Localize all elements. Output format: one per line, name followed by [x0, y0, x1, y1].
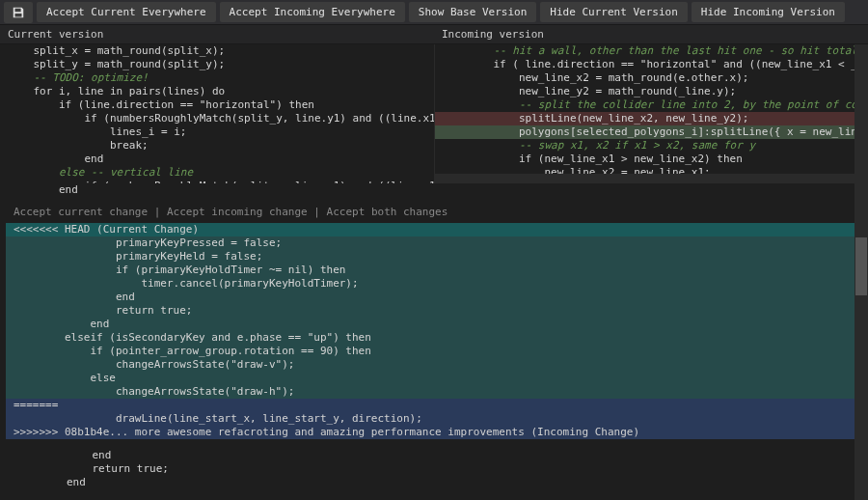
current-change-body: primaryKeyPressed = false; primaryKeyHel… — [6, 236, 862, 399]
code-line: if (numbersRoughlyMatch(split_x, line.x1… — [0, 180, 434, 183]
code-line: timer.cancel(primaryKeyHoldTimer); — [6, 277, 862, 291]
incoming-marker: >>>>>>> 08b1b4e... more awesome refacrot… — [6, 426, 862, 439]
code-line: new_line_y2 = math_round(_line.y); — [435, 85, 869, 98]
accept-incoming-everywhere-button[interactable]: Accept Incoming Everywhere — [220, 2, 405, 22]
code-line: end — [8, 449, 868, 462]
merge-conflict-block: <<<<<<< HEAD (Current Change) primaryKey… — [6, 223, 862, 439]
code-line: return true; — [8, 462, 868, 476]
code-line: end — [0, 183, 868, 197]
incoming-version-header: Incoming version — [434, 25, 868, 43]
incoming-version-pane[interactable]: -- hit a wall, other than the last hit o… — [435, 44, 869, 183]
code-line: primaryKeyHeld = false; — [6, 250, 862, 264]
merge-action-links: Accept current change | Accept incoming … — [0, 203, 868, 221]
accept-current-change-link[interactable]: Accept current change — [14, 206, 148, 218]
code-line: if (primaryKeyHoldTimer ~= nil) then — [6, 264, 862, 277]
code-line: end — [8, 476, 868, 489]
code-line: else -- vertical line — [0, 166, 434, 180]
code-line: end — [6, 291, 862, 304]
code-line: return true; — [6, 304, 862, 318]
code-line: break; — [0, 139, 434, 153]
hide-incoming-version-button[interactable]: Hide Incoming Version — [692, 2, 845, 22]
separator-marker: ======= — [6, 399, 862, 412]
code-line: split_y = math_round(split_y); — [0, 58, 434, 71]
code-line: elseif (isSecondaryKey and e.phase == "u… — [6, 331, 862, 345]
save-icon — [12, 6, 25, 19]
vertical-scrollbar[interactable] — [854, 44, 868, 500]
scrollbar-thumb[interactable] — [855, 237, 867, 295]
pane-headers: Current version Incoming version — [0, 25, 868, 44]
hide-current-version-button[interactable]: Hide Current Version — [540, 2, 687, 22]
code-line: drawLine(line_start_x, line_start_y, dir… — [6, 412, 862, 426]
code-line: if ( line.direction == "horizontal" and … — [435, 58, 869, 71]
diff-area: split_x = math_round(split_x); split_y =… — [0, 44, 868, 183]
show-base-version-button[interactable]: Show Base Version — [409, 2, 537, 22]
head-marker: <<<<<<< HEAD (Current Change) — [6, 223, 862, 236]
code-line: changeArrowsState("draw-v"); — [6, 358, 862, 372]
code-line: if (line.direction == "horizontal") then — [0, 98, 434, 112]
code-line: changeArrowsState("draw-h"); — [6, 385, 862, 399]
code-line: -- TODO: optimize! — [0, 71, 434, 85]
code-line: -- split the collider line into 2, by th… — [435, 98, 869, 112]
current-version-pane[interactable]: split_x = math_round(split_x); split_y =… — [0, 44, 435, 183]
incoming-change-body: drawLine(line_start_x, line_start_y, dir… — [6, 412, 862, 426]
code-line: splitLine(new_line_x2, new_line_y2); — [435, 112, 869, 125]
code-line: end — [0, 153, 434, 166]
code-line: if (new_line_x1 > new_line_x2) then — [435, 153, 869, 166]
current-version-header: Current version — [0, 25, 434, 43]
code-line: new_line_x2 = math_round(e.other.x); — [435, 71, 869, 85]
code-line: lines_i = i; — [0, 125, 434, 139]
code-line: else — [6, 372, 862, 385]
horizontal-scrollbar[interactable] — [435, 174, 869, 183]
save-button[interactable] — [4, 2, 33, 23]
code-line: split_x = math_round(split_x); — [0, 44, 434, 58]
code-line: primaryKeyPressed = false; — [6, 236, 862, 250]
code-line: end — [6, 318, 862, 331]
code-line: for i, line in pairs(lines) do — [0, 85, 434, 98]
code-line: -- swap x1, x2 if x1 > x2, same for y — [435, 139, 869, 153]
code-line: if (numbersRoughlyMatch(split_y, line.y1… — [0, 112, 434, 125]
accept-current-everywhere-button[interactable]: Accept Current Everywhere — [37, 2, 216, 22]
accept-incoming-change-link[interactable]: Accept incoming change — [167, 206, 308, 218]
bottom-code: end return true; end — [0, 449, 868, 489]
code-line: if (pointer_arrow_group.rotation == 90) … — [6, 345, 862, 358]
code-line: polygons[selected_polygons_i]:splitLine(… — [435, 125, 869, 139]
code-line: -- hit a wall, other than the last hit o… — [435, 44, 869, 58]
merge-toolbar: Accept Current Everywhere Accept Incomin… — [0, 0, 868, 25]
accept-both-changes-link[interactable]: Accept both changes — [327, 206, 448, 218]
